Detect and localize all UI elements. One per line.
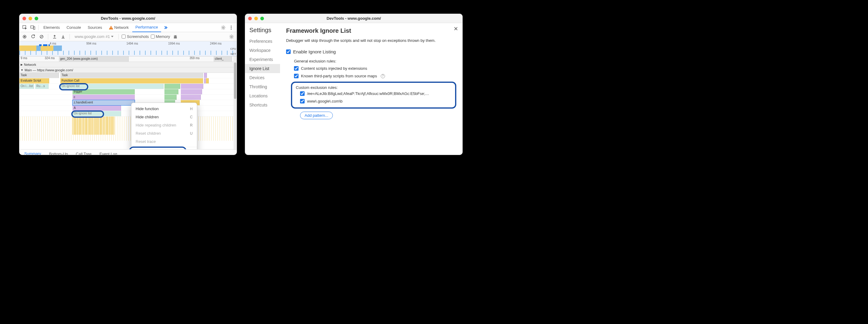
overview-tick: 1994 ms bbox=[168, 42, 180, 45]
bar-task[interactable]: Task bbox=[20, 73, 59, 78]
sidebar-item-experiments[interactable]: Experiments bbox=[245, 55, 280, 64]
menu-key: C bbox=[190, 115, 193, 119]
overview-tick: 994 ms bbox=[87, 42, 96, 45]
settings-gear-icon[interactable] bbox=[220, 24, 227, 31]
rule-input[interactable] bbox=[294, 74, 299, 78]
screenshots-input[interactable] bbox=[122, 35, 126, 38]
close-window-icon[interactable] bbox=[248, 17, 252, 20]
panel-tabs: Elements Console Sources Network Perform… bbox=[20, 23, 237, 32]
upload-icon[interactable] bbox=[51, 33, 58, 40]
menu-reset-children: Reset children U bbox=[131, 129, 197, 137]
tab-elements[interactable]: Elements bbox=[40, 23, 63, 32]
close-window-icon[interactable] bbox=[23, 17, 26, 20]
rule-input[interactable] bbox=[300, 91, 305, 96]
enable-ignore-input[interactable] bbox=[286, 50, 291, 54]
menu-hide-children[interactable]: Hide children C bbox=[131, 113, 197, 121]
bar[interactable] bbox=[164, 95, 177, 100]
download-icon[interactable] bbox=[60, 33, 66, 40]
memory-input[interactable] bbox=[151, 35, 155, 38]
bar-function-call[interactable]: Function Call bbox=[60, 78, 203, 84]
network-item[interactable]: gen_204 (www.google.com) bbox=[59, 57, 129, 62]
sidebar-item-shortcuts[interactable]: Shortcuts bbox=[245, 100, 280, 109]
enable-ignore-checkbox[interactable]: Enable Ignore Listing bbox=[286, 47, 456, 56]
bar[interactable] bbox=[206, 78, 209, 84]
settings-body: Settings Preferences Workspace Experimen… bbox=[245, 23, 462, 155]
sidebar-item-locations[interactable]: Locations bbox=[245, 91, 280, 100]
tab-performance[interactable]: Performance bbox=[132, 23, 161, 32]
bar[interactable] bbox=[181, 84, 203, 89]
sidebar-item-ignore-list[interactable]: Ignore List bbox=[245, 64, 280, 73]
bar[interactable] bbox=[204, 73, 207, 78]
tab-network[interactable]: Network bbox=[106, 23, 132, 32]
zoom-window-icon[interactable] bbox=[35, 17, 38, 20]
zoom-window-icon[interactable] bbox=[260, 17, 264, 20]
record-icon[interactable] bbox=[21, 33, 28, 40]
bar-trigger[interactable]: trigger bbox=[72, 89, 135, 94]
sidebar-item-devices[interactable]: Devices bbox=[245, 73, 280, 82]
rule-content-scripts[interactable]: Content scripts injected by extensions bbox=[294, 65, 456, 72]
minimize-window-icon[interactable] bbox=[29, 17, 32, 20]
memory-checkbox[interactable]: Memory bbox=[151, 34, 170, 39]
bar-on-ignore-list-short[interactable]: On i…list bbox=[20, 84, 34, 89]
trace-dropdown[interactable]: www.google.com #1 bbox=[73, 34, 115, 39]
inspect-icon[interactable] bbox=[21, 24, 29, 31]
rule-third-party[interactable]: Known third-party scripts from source ma… bbox=[294, 72, 456, 80]
bar-run-short[interactable]: Ru…s bbox=[35, 84, 49, 89]
network-track-header[interactable]: ▶ Network gen_204 (www.google.com) clien… bbox=[20, 62, 237, 67]
clear-icon[interactable] bbox=[38, 33, 45, 40]
sidebar-item-workspace[interactable]: Workspace bbox=[245, 46, 280, 55]
menu-label: Reset trace bbox=[135, 139, 156, 144]
screenshots-checkbox[interactable]: Screenshots bbox=[122, 34, 149, 39]
device-toolbar-icon[interactable] bbox=[29, 24, 36, 31]
settings-sidebar: Settings Preferences Workspace Experimen… bbox=[245, 23, 280, 155]
close-icon[interactable]: ✕ bbox=[454, 26, 458, 32]
menu-add-to-ignore[interactable]: Add script to ignore list bbox=[131, 148, 197, 149]
sidebar-item-preferences[interactable]: Preferences bbox=[245, 37, 280, 46]
sidebar-item-throttling[interactable]: Throttling bbox=[245, 82, 280, 91]
capture-settings-gear-icon[interactable] bbox=[228, 33, 235, 40]
reload-record-icon[interactable] bbox=[30, 33, 36, 40]
more-tabs-icon[interactable] bbox=[162, 24, 169, 31]
timeline-overview[interactable]: 4 ms 994 ms 1494 ms 1994 ms 2494 ms CPU … bbox=[20, 41, 237, 57]
titlebar: DevTools - www.google.com/ bbox=[245, 14, 462, 23]
bar-a[interactable]: A bbox=[72, 105, 121, 111]
menu-hide-function[interactable]: Hide function H bbox=[131, 105, 197, 113]
performance-toolbar: www.google.com #1 Screenshots Memory bbox=[20, 32, 237, 41]
bottom-tabs: Summary Bottom-Up Call Tree Event Log bbox=[20, 149, 237, 155]
btab-summary[interactable]: Summary bbox=[21, 150, 45, 155]
settings-title: Settings bbox=[245, 25, 280, 37]
bar-on-ignore-list-2[interactable]: On ignore list bbox=[72, 111, 121, 116]
network-item-right[interactable]: client_ bbox=[214, 57, 232, 62]
bar[interactable] bbox=[181, 89, 202, 94]
bar-on-ignore-list-1[interactable]: On ignore list bbox=[60, 84, 163, 89]
custom-rule-1[interactable]: /ee=ALeJib:B8gLwd;AfeaP:TkrAjf;Afksuc:wM… bbox=[300, 90, 453, 97]
garbage-collect-icon[interactable] bbox=[172, 33, 179, 40]
cpu-label: CPU bbox=[230, 47, 236, 51]
menu-key: H bbox=[190, 107, 193, 111]
tab-sources[interactable]: Sources bbox=[85, 23, 105, 32]
menu-label: Reset children bbox=[135, 131, 161, 136]
bar-evaluate-script[interactable]: Evaluate Script bbox=[20, 78, 49, 84]
rule-input[interactable] bbox=[294, 66, 299, 71]
bar-c[interactable]: c bbox=[72, 95, 135, 100]
bar-task[interactable]: Task bbox=[60, 73, 203, 78]
add-pattern-button[interactable]: Add pattern... bbox=[300, 111, 333, 119]
rule-label: Known third-party scripts from source ma… bbox=[301, 74, 377, 78]
bar[interactable] bbox=[164, 89, 178, 94]
tab-console[interactable]: Console bbox=[63, 23, 84, 32]
bar-handle-event[interactable]: z.handleEvent bbox=[72, 100, 135, 105]
rule-input[interactable] bbox=[300, 99, 305, 103]
custom-rule-2[interactable]: www\.google\.com\b bbox=[300, 97, 453, 105]
more-menu-icon[interactable] bbox=[227, 24, 235, 31]
bar[interactable] bbox=[181, 95, 201, 100]
scrollbar[interactable] bbox=[234, 57, 237, 149]
btab-call-tree[interactable]: Call Tree bbox=[72, 150, 95, 155]
main-track-header[interactable]: ▼ Main — https://www.google.com/ bbox=[20, 67, 237, 73]
svg-point-14 bbox=[231, 36, 232, 37]
btab-bottom-up[interactable]: Bottom-Up bbox=[45, 150, 71, 155]
minimize-window-icon[interactable] bbox=[254, 17, 258, 20]
help-icon[interactable]: ? bbox=[381, 74, 385, 78]
bar[interactable] bbox=[164, 84, 180, 89]
menu-key: R bbox=[190, 123, 193, 127]
btab-event-log[interactable]: Event Log bbox=[96, 150, 121, 155]
